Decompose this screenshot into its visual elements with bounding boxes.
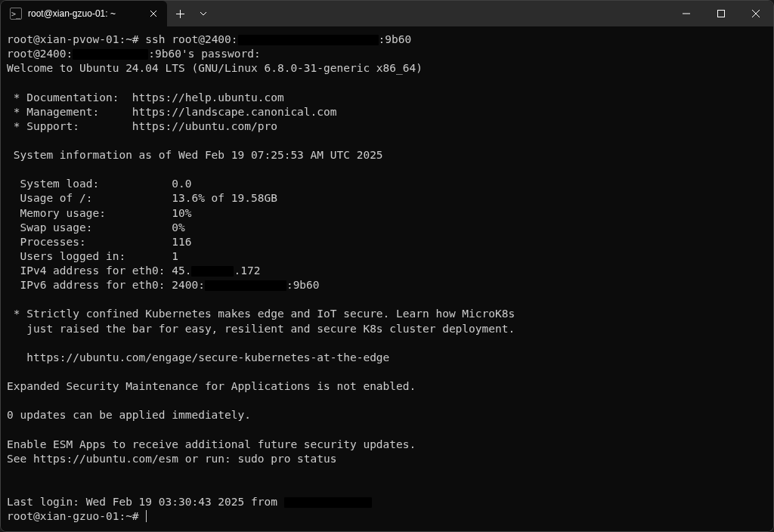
minimize-button[interactable] [669,1,704,26]
k8s-line-2: just raised the bar for easy, resilient … [7,323,515,335]
close-window-button[interactable] [738,1,773,26]
window-controls [669,1,773,26]
stat-load: System load: 0.0 [7,178,191,190]
close-icon [752,10,760,17]
k8s-link: https://ubuntu.com/engage/secure-kuberne… [7,351,389,363]
redacted-ip [73,49,148,60]
redacted-ip [205,280,286,291]
support-link-line: * Support: https://ubuntu.com/pro [7,120,277,132]
cursor [146,510,147,522]
stat-procs: Processes: 116 [7,236,191,248]
doc-link-line: * Documentation: https://help.ubuntu.com [7,91,284,104]
updates-line: 0 updates can be applied immediately. [7,409,251,421]
esm-enable-2: See https://ubuntu.com/esm or run: sudo … [7,453,337,465]
plus-icon [176,10,184,18]
stat-swap: Swap usage: 0% [7,221,185,234]
esm-line: Expanded Security Maintenance for Applic… [7,380,416,392]
stat-ipv6: IPv6 address for eth0: 2400::9b60 [7,279,320,291]
prompt-line: root@xian-pvow-01:~# ssh root@2400::9b60 [7,33,411,45]
titlebar-left: >_ root@xian-gzuo-01: ~ [1,1,214,26]
redacted-ip [284,497,372,508]
stat-usage: Usage of /: 13.6% of 19.58GB [7,192,277,204]
mgmt-link-line: * Management: https://landscape.canonica… [7,106,337,118]
welcome-line: Welcome to Ubuntu 24.04 LTS (GNU/Linux 6… [7,62,423,74]
maximize-button[interactable] [704,1,738,26]
redacted-ip [238,35,379,45]
stat-users: Users logged in: 1 [7,250,178,262]
prompt-current: root@xian-gzuo-01:~# [7,510,147,522]
redacted-ip [191,266,234,277]
close-icon [150,10,157,17]
tab-title: root@xian-gzuo-01: ~ [28,8,141,19]
terminal-output[interactable]: root@xian-pvow-01:~# ssh root@2400::9b60… [1,26,773,531]
k8s-line-1: * Strictly confined Kubernetes makes edg… [7,308,515,320]
terminal-window: >_ root@xian-gzuo-01: ~ [0,0,774,532]
chevron-down-icon [200,11,207,16]
esm-enable-1: Enable ESM Apps to receive additional fu… [7,438,416,450]
titlebar: >_ root@xian-gzuo-01: ~ [1,1,773,26]
password-prompt-line: root@2400::9b60's password: [7,48,261,60]
terminal-icon: >_ [10,8,22,20]
last-login-line: Last login: Wed Feb 19 03:30:43 2025 fro… [7,496,372,508]
tab-close-button[interactable] [147,8,159,20]
tab-active[interactable]: >_ root@xian-gzuo-01: ~ [1,1,167,26]
minimize-icon [683,10,690,17]
tab-dropdown-button[interactable] [193,1,214,26]
maximize-icon [717,10,725,17]
svg-rect-0 [718,11,725,17]
new-tab-button[interactable] [167,1,193,26]
stat-mem: Memory usage: 10% [7,207,191,219]
sysinfo-header: System information as of Wed Feb 19 07:2… [7,149,383,161]
stat-ipv4: IPv4 address for eth0: 45..172 [7,264,260,277]
